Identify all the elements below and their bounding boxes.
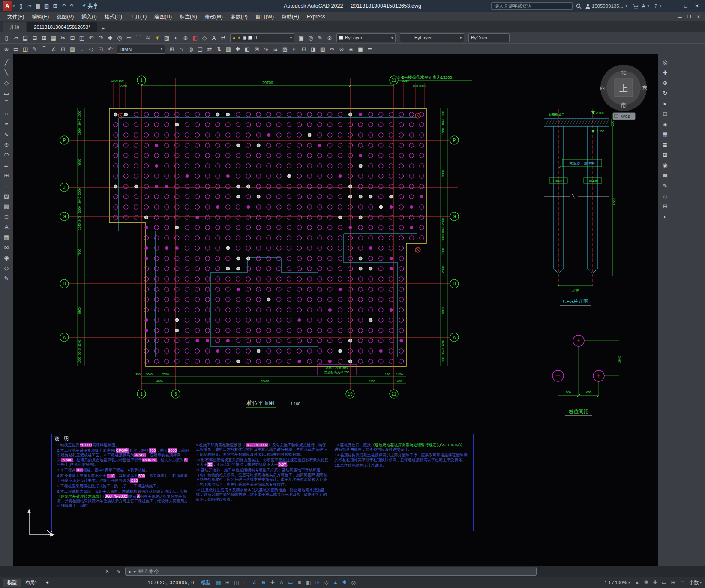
tool-icon[interactable]: ≣ <box>365 45 375 54</box>
3d-osnap-icon[interactable]: ◇ <box>322 578 331 587</box>
tool-icon[interactable]: ↶ <box>105 45 115 54</box>
properties-icon[interactable]: ≣ <box>660 139 670 150</box>
center-mark-icon[interactable]: ◉ <box>660 160 670 170</box>
drawing-canvas[interactable]: 113192121PJGDAPGDA297001000 600225022506… <box>13 54 658 566</box>
tool-icon[interactable]: ▭ <box>124 33 134 42</box>
revcloud-icon[interactable]: ≈ <box>1 119 12 129</box>
tool-icon[interactable]: ⊞ <box>39 33 49 42</box>
save-as-icon[interactable]: ▥ <box>42 2 51 10</box>
grid-icon[interactable]: ▦ <box>214 578 223 587</box>
selection-cycling-icon[interactable]: ⊡ <box>313 578 322 587</box>
view-manager-icon[interactable]: ◈ <box>660 119 670 129</box>
show-motion-icon[interactable]: ▸ <box>660 98 670 108</box>
doc-minimize-button[interactable]: — <box>675 13 684 21</box>
tool-icon[interactable]: ▤ <box>21 33 30 42</box>
menu-绘图(D)[interactable]: 绘图(D) <box>150 12 176 21</box>
arc-icon[interactable]: ⌒ <box>1 98 12 108</box>
tool-icon[interactable]: ⊡ <box>68 33 77 42</box>
tool-icon[interactable]: ▣ <box>356 45 365 54</box>
tool-icon[interactable]: ◈ <box>346 45 356 54</box>
tool-icon[interactable]: ◐ <box>171 33 181 42</box>
tool-icon[interactable]: ≋ <box>143 33 153 42</box>
tool-icon[interactable]: ✎ <box>30 45 39 54</box>
tool-icon[interactable]: ∿ <box>261 45 271 54</box>
tool-icon[interactable]: ▧ <box>162 33 171 42</box>
leader-icon[interactable]: ◉ <box>1 252 12 263</box>
tool-icon[interactable]: ◇ <box>200 33 209 42</box>
layer-dropdown[interactable]: ● ☀ ▣ 0 ▾ <box>230 33 294 42</box>
tool-icon[interactable]: ◫ <box>21 45 30 54</box>
tool-icon[interactable]: ⊠ <box>252 45 261 54</box>
save-icon[interactable]: ▤ <box>34 2 42 10</box>
tool-icon[interactable]: ▣ <box>297 33 306 42</box>
workspace-icon[interactable]: ✱ <box>340 578 349 587</box>
tool-icon[interactable]: ▦ <box>224 45 233 54</box>
doc-close-button[interactable]: ✕ <box>694 13 703 21</box>
steering-wheel-icon[interactable]: ◎ <box>660 57 670 67</box>
tool-icon[interactable]: ⊟ <box>299 45 309 54</box>
lineweight-icon[interactable]: ≡ <box>295 578 304 587</box>
blocks-palette-icon[interactable]: ⊞ <box>660 150 670 160</box>
tool-icon[interactable]: ▦ <box>68 45 77 54</box>
color-dropdown[interactable]: ByLayer ▾ <box>336 33 396 42</box>
open-icon[interactable]: ▱ <box>25 2 34 10</box>
dimstyle-dropdown[interactable]: DIMN ▾ <box>117 45 165 54</box>
tool-icon[interactable]: ⊘ <box>337 45 346 54</box>
ellipse-arc-icon[interactable]: ◠ <box>1 150 12 160</box>
hatch-icon[interactable]: ▨ <box>1 191 12 201</box>
share-button[interactable]: 共享 <box>81 3 98 10</box>
osnap-icon[interactable]: ⊕ <box>259 578 268 587</box>
undo-icon[interactable]: ↶ <box>60 2 68 10</box>
ellipse-icon[interactable]: ⊙ <box>1 139 12 150</box>
tool-icon[interactable]: ☀ <box>153 33 162 42</box>
hardware-accel-icon[interactable]: ▭ <box>660 578 669 587</box>
annotate-icon[interactable]: ✎ <box>660 180 670 191</box>
account-button[interactable]: 1505999135... ▾ <box>585 3 629 9</box>
tool-icon[interactable]: ◇ <box>87 45 96 54</box>
plotstyle-dropdown[interactable]: ByColor <box>468 33 510 42</box>
line-icon[interactable]: ╱ <box>1 57 12 67</box>
region-icon[interactable]: □ <box>1 211 12 222</box>
menu-窗口(W)[interactable]: 窗口(W) <box>252 12 278 21</box>
menu-帮助(H)[interactable]: 帮助(H) <box>278 12 303 21</box>
autodesk-apps-button[interactable]: A ▾ <box>642 3 651 9</box>
tool-icon[interactable]: ≋ <box>271 45 280 54</box>
close-button[interactable]: ✕ <box>691 1 702 11</box>
tool-icon[interactable]: ✂ <box>327 45 337 54</box>
tool-icon[interactable]: ⊕ <box>2 45 11 54</box>
tool-icon[interactable]: ✚ <box>233 45 243 54</box>
doc-restore-button[interactable]: ❐ <box>684 13 694 21</box>
tool-icon[interactable]: ⌒ <box>134 33 143 42</box>
search-input[interactable]: 键入关键字或短语 <box>491 2 573 10</box>
point-icon[interactable]: · <box>1 180 12 191</box>
tool-icon[interactable]: ⊡ <box>96 45 105 54</box>
app-menu-caret-icon[interactable]: ▾ <box>13 4 15 8</box>
sheet-set-icon[interactable]: ▦ <box>660 129 670 139</box>
menu-参数(P)[interactable]: 参数(P) <box>227 12 252 21</box>
annotation-scale-icon[interactable]: ▲ <box>633 578 642 587</box>
menu-修改(M)[interactable]: 修改(M) <box>201 12 227 21</box>
layout1-tab[interactable]: 布局1 <box>21 579 41 587</box>
tool-icon[interactable]: ▱ <box>11 33 21 42</box>
object-snap-tracking-icon[interactable]: ✚ <box>268 578 277 587</box>
tool-icon[interactable]: ✚ <box>105 33 115 42</box>
insert-block-icon[interactable]: ▱ <box>1 160 12 170</box>
command-customize-button[interactable]: ✎ <box>114 569 123 574</box>
menu-标注(N)[interactable]: 标注(N) <box>176 12 201 21</box>
search-button[interactable] <box>576 3 582 9</box>
redo-icon[interactable]: ↷ <box>68 2 77 10</box>
menu-格式(O)[interactable]: 格式(O) <box>101 12 126 21</box>
layers-panel-icon[interactable]: ▤ <box>660 170 670 180</box>
material-icon[interactable]: ◐ <box>660 211 670 222</box>
help-button[interactable]: ?▾ <box>654 3 663 9</box>
tool-icon[interactable]: ⊟ <box>30 33 39 42</box>
model-tab[interactable]: 模型 <box>3 579 21 587</box>
new-layout-button[interactable]: + <box>42 579 52 586</box>
tool-icon[interactable]: ⇅ <box>214 45 224 54</box>
tool-icon[interactable]: ◎ <box>115 33 124 42</box>
pan-icon[interactable]: ✚ <box>660 67 670 78</box>
tool-icon[interactable]: ⌒ <box>39 45 49 54</box>
tool-icon[interactable]: ▦ <box>49 33 58 42</box>
menu-Express[interactable]: Express <box>303 12 329 21</box>
tool-icon[interactable]: ◐ <box>290 45 299 54</box>
